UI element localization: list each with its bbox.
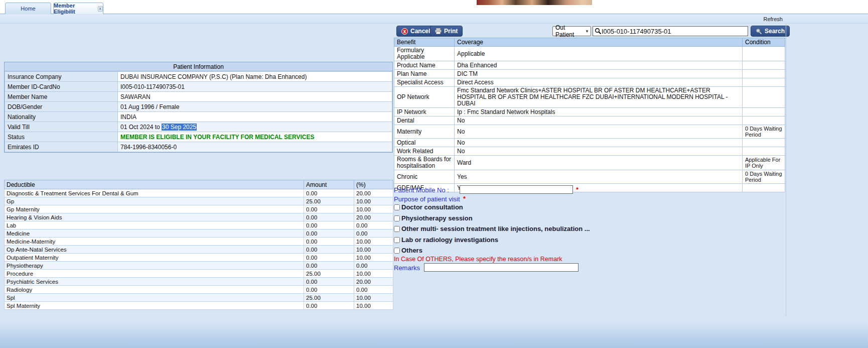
table-row: Procedure25.0010.00 [5, 270, 393, 278]
search-icon [595, 28, 602, 35]
benefit-name: OP Network [394, 87, 455, 108]
cancel-button[interactable]: x Cancel [396, 26, 435, 37]
deductible-percent: 0.00 [354, 221, 393, 229]
deductible-percent: 0.00 [354, 262, 393, 270]
benefit-condition [743, 47, 785, 61]
table-row: Medicine-Maternity0.0010.00 [5, 238, 393, 246]
deductible-percent: 10.00 [354, 302, 393, 310]
table-row: Product NameDha Enhanced [394, 61, 785, 70]
deductible-amount: 0.00 [304, 262, 354, 270]
column-header: Deductible [5, 180, 304, 189]
toolbar-strip: Refresh [0, 15, 868, 24]
table-row: Physiotherapy0.000.00 [5, 262, 393, 270]
benefit-name: IP Network [394, 108, 455, 117]
search-button[interactable]: Search [751, 26, 790, 37]
table-row: Plan NameDIC TM [394, 70, 785, 78]
required-asterisk: * [576, 186, 578, 193]
benefit-name: Work Related [394, 147, 455, 156]
deductible-name: Medicine-Maternity [5, 238, 304, 246]
field-value: SAWARAN [118, 92, 392, 102]
checkbox[interactable] [394, 215, 400, 221]
table-row: GDF/MAFYes [394, 184, 785, 192]
field-value: I005-010-117490735-01 [118, 82, 392, 92]
benefit-coverage: No [455, 125, 743, 139]
benefit-coverage: Ip : Fmc Standard Network Hospitals [455, 108, 743, 117]
purpose-option-other-multi-session[interactable]: Other multi- session treatment like inje… [394, 225, 590, 233]
tab-home[interactable]: Home [5, 3, 51, 14]
table-row: Op Ante-Natal Services0.0010.00 [5, 246, 393, 254]
patient-information-table: Insurance Company DUBAI INSURANCE COMPAN… [5, 71, 392, 152]
tab-member-eligibility-label: Member Eligibilit [54, 3, 95, 15]
benefit-condition [743, 117, 785, 125]
search-input[interactable] [602, 27, 746, 35]
others-instruction-note: In Case Of OTHERS, Please specify the re… [394, 256, 562, 263]
tab-member-eligibility[interactable]: Member Eligibilit x [53, 3, 103, 14]
deductible-name: Physiotherapy [5, 262, 304, 270]
checkbox[interactable] [394, 204, 400, 210]
benefit-coverage: No [455, 117, 743, 125]
table-row: DentalNo [394, 117, 785, 125]
deductible-amount: 0.00 [304, 229, 354, 238]
benefit-coverage: Fmc Standard Network Clinics+ASTER HOSPI… [455, 87, 743, 108]
benefit-name: Specialist Access [394, 78, 455, 87]
deductible-name: Diagnostic & Treatment Services For Dent… [5, 189, 304, 197]
benefit-name: Plan Name [394, 70, 455, 78]
table-row: Medicine0.000.00 [5, 229, 393, 238]
deductible-name: Outpatient Maternity [5, 254, 304, 262]
benefit-condition: 0 Days Waiting Period [743, 125, 785, 139]
field-label: Member ID-CardNo [5, 82, 118, 92]
benefit-condition [743, 184, 785, 192]
panel-divider [786, 24, 786, 316]
print-button-label: Print [444, 28, 458, 35]
benefit-condition [743, 70, 785, 78]
table-row: MaternityNo0 Days Waiting Period [394, 125, 785, 139]
refresh-link[interactable]: Refresh [763, 16, 783, 22]
table-row: Valid Till 01 Oct 2024 to 30 Sep 2025 [5, 122, 392, 132]
deductible-name: Spl Maternity [5, 302, 304, 310]
benefit-condition [743, 87, 785, 108]
deductible-amount: 0.00 [304, 286, 354, 294]
search-button-icon [756, 28, 762, 35]
purpose-option-lab-or-radiology[interactable]: Lab or radiology investigations [394, 236, 498, 244]
table-row: Formulary ApplicableApplicable [394, 47, 785, 61]
print-button[interactable]: Print [430, 26, 463, 37]
deductible-amount: 0.00 [304, 278, 354, 286]
field-label: Emirates ID [5, 142, 118, 152]
valid-till-value: 01 Oct 2024 to 30 Sep 2025 [118, 122, 392, 132]
purpose-option-others[interactable]: Others [394, 247, 422, 254]
deductible-amount: 0.00 [304, 302, 354, 310]
checkbox[interactable] [394, 248, 400, 254]
benefit-coverage: Yes [455, 170, 743, 184]
benefit-condition: 0 Days Waiting Period [743, 170, 785, 184]
benefit-coverage: No [455, 147, 743, 156]
remarks-label: Remarks [394, 264, 420, 272]
member-eligibility-screen: Home Member Eligibilit x Refresh Patient… [0, 0, 868, 348]
purpose-option-physiotherapy-session[interactable]: Physiotherapy session [394, 214, 473, 222]
field-label: DOB/Gender [5, 102, 118, 112]
close-tab-icon[interactable]: x [98, 6, 103, 12]
benefit-condition [743, 139, 785, 147]
checkbox[interactable] [394, 226, 400, 232]
remarks-input[interactable] [424, 263, 578, 272]
deductible-amount: 25.00 [304, 197, 354, 205]
table-row: Member ID-CardNo I005-010-117490735-01 [5, 82, 392, 92]
patient-information-title: Patient Information [5, 62, 392, 71]
deductible-amount: 25.00 [304, 270, 354, 278]
search-box [593, 26, 748, 36]
benefit-condition [743, 147, 785, 156]
field-label: Insurance Company [5, 72, 118, 82]
benefit-coverage: Direct Access [455, 78, 743, 87]
benefit-name: Optical [394, 139, 455, 147]
table-row: Radiology0.000.00 [5, 286, 393, 294]
table-row: Insurance Company DUBAI INSURANCE COMPAN… [5, 72, 392, 82]
highlighted-date: 30 Sep 2025 [162, 124, 197, 131]
required-asterisk: * [463, 195, 466, 202]
deductible-percent: 0.00 [354, 286, 393, 294]
checkbox[interactable] [394, 237, 400, 243]
deductible-name: Radiology [5, 286, 304, 294]
field-label: Nationality [5, 112, 118, 122]
purpose-option-doctor-consultation[interactable]: Doctor consultation [394, 203, 463, 211]
patient-mobile-input[interactable] [460, 185, 573, 194]
bottom-gradient-band [0, 321, 868, 348]
visit-type-select[interactable]: Out Patient ▼ [552, 26, 591, 36]
